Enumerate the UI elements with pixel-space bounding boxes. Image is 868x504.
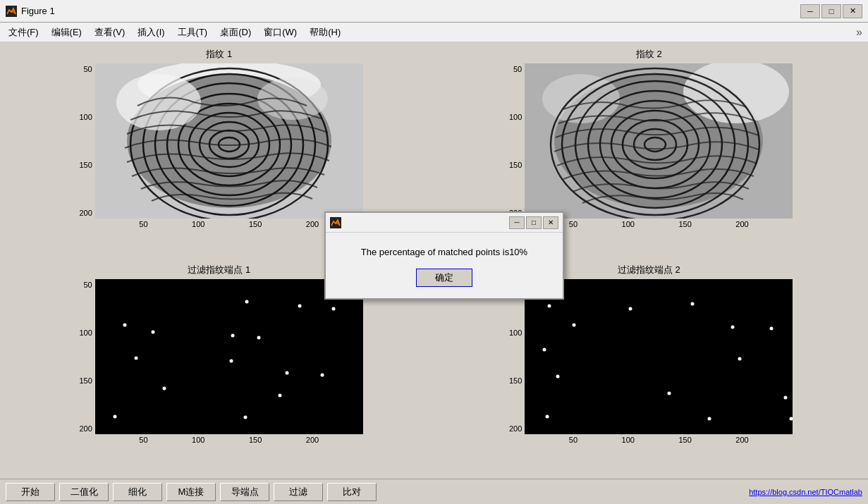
modal-dialog: ─ □ ✕ The percentage of matched points i…: [324, 211, 564, 300]
svg-point-35: [257, 336, 260, 339]
svg-point-50: [770, 326, 774, 330]
svg-point-53: [556, 374, 560, 378]
fp1-plot-area: 50 100 150 200: [75, 63, 363, 230]
menu-edit[interactable]: 编辑(E): [46, 25, 87, 40]
svg-point-29: [245, 300, 248, 303]
svg-point-42: [113, 414, 116, 418]
svg-point-47: [691, 302, 695, 305]
svg-point-48: [573, 323, 576, 326]
svg-point-31: [331, 307, 335, 310]
window-controls: ─ □ ✕: [800, 4, 862, 18]
modal-matlab-logo-icon: [330, 217, 341, 228]
fp1-plot-with-axis: 50 100 150 200: [95, 63, 363, 230]
menu-view[interactable]: 查看(V): [89, 25, 130, 40]
filtered1-image: [95, 279, 363, 434]
filtered2-x-axis: 50 100 150 200: [525, 434, 793, 445]
filtered1-plot-area: 50 100 150 200: [75, 279, 363, 445]
svg-rect-44: [525, 279, 793, 434]
fp1-x-axis: 50 100 150 200: [95, 219, 363, 230]
filtered2-plot-with-axis: 50 100 150 200: [525, 279, 793, 445]
svg-point-45: [548, 304, 551, 307]
svg-point-54: [668, 391, 671, 395]
svg-point-30: [298, 304, 301, 307]
filtered1-svg: [95, 279, 363, 434]
maximize-button[interactable]: □: [821, 4, 841, 18]
svg-point-32: [123, 323, 126, 326]
svg-point-46: [629, 307, 632, 310]
svg-point-39: [320, 373, 324, 376]
fp1-image: [95, 63, 363, 219]
toolbar: 开始 二值化 细化 M连接 导端点 过滤 比对 https://blog.csd…: [0, 479, 868, 504]
modal-title-left: [330, 217, 341, 228]
svg-point-40: [162, 386, 166, 390]
menu-bar: 文件(F) 编辑(E) 查看(V) 插入(I) 工具(T) 桌面(D) 窗口(W…: [0, 23, 868, 42]
fp1-title: 指纹 1: [206, 48, 232, 61]
modal-ok-button[interactable]: 确定: [416, 269, 472, 287]
filter-button[interactable]: 过滤: [274, 483, 323, 501]
modal-maximize-button[interactable]: □: [526, 216, 542, 229]
filtered2-image: [525, 279, 793, 434]
thin-button[interactable]: 细化: [113, 483, 162, 501]
svg-point-41: [278, 393, 281, 397]
filtered1-x-axis: 50 100 150 200: [95, 434, 363, 445]
modal-minimize-button[interactable]: ─: [509, 216, 525, 229]
menu-items: 文件(F) 编辑(E) 查看(V) 插入(I) 工具(T) 桌面(D) 窗口(W…: [3, 25, 346, 40]
modal-close-button[interactable]: ✕: [543, 216, 558, 229]
filtered1-y-axis: 50 100 150 200: [75, 279, 95, 434]
filtered1-plot-with-axis: 50 100 150 200: [95, 279, 363, 445]
svg-point-52: [738, 357, 742, 360]
title-bar-left: Figure 1: [6, 6, 55, 17]
binarize-button[interactable]: 二值化: [59, 483, 109, 501]
fp1-svg: [95, 63, 363, 219]
compare-button[interactable]: 比对: [327, 483, 377, 501]
export-button[interactable]: 导端点: [220, 483, 269, 501]
filtered2-svg: [525, 279, 793, 434]
menu-file[interactable]: 文件(F): [3, 25, 44, 40]
fp2-filtered-title: 过滤指纹端点 2: [618, 264, 680, 276]
window-title: Figure 1: [21, 6, 55, 16]
fp2-plot-with-axis: 50 100 150 200: [525, 63, 793, 230]
close-button[interactable]: ✕: [843, 4, 862, 18]
menu-insert[interactable]: 插入(I): [132, 25, 170, 40]
menu-window[interactable]: 窗口(W): [258, 25, 302, 40]
fp2-svg: [525, 63, 793, 219]
svg-point-56: [546, 414, 549, 418]
svg-point-38: [285, 371, 288, 374]
fp1-y-axis: 50 100 150 200: [75, 63, 95, 219]
svg-point-51: [543, 348, 546, 351]
start-button[interactable]: 开始: [6, 483, 55, 501]
svg-point-57: [708, 417, 711, 420]
menu-tools[interactable]: 工具(T): [172, 25, 214, 40]
fp2-x-axis: 50 100 150 200: [525, 219, 793, 230]
fp2-y-axis: 50 100 150 200: [505, 63, 525, 219]
menu-desktop[interactable]: 桌面(D): [214, 25, 257, 40]
svg-point-13: [116, 74, 201, 130]
filtered2-y-axis: 50 100 150 200: [505, 279, 525, 434]
svg-point-33: [151, 330, 154, 333]
svg-point-36: [134, 356, 137, 359]
menu-help[interactable]: 帮助(H): [304, 25, 346, 40]
svg-point-37: [229, 359, 233, 362]
website-link[interactable]: https://blog.csdn.net/TIQCmatlab: [749, 488, 862, 496]
svg-point-49: [731, 325, 735, 328]
minimize-button[interactable]: ─: [800, 4, 820, 18]
fp2-title: 指纹 2: [636, 48, 662, 61]
fp2-image: [525, 63, 793, 219]
fp2-plot-area: 50 100 150 200: [505, 63, 793, 230]
menu-arrow-icon: »: [856, 26, 865, 39]
svg-point-34: [231, 333, 234, 337]
filtered2-plot-area: 50 100 150 200: [505, 279, 793, 445]
modal-window-controls: ─ □ ✕: [509, 216, 558, 229]
modal-title-bar: ─ □ ✕: [326, 213, 563, 233]
mconnect-button[interactable]: M连接: [166, 483, 216, 501]
fp1-filtered-title: 过滤指纹端点 1: [188, 264, 250, 276]
svg-point-55: [784, 395, 788, 399]
matlab-logo-icon: [6, 6, 17, 17]
modal-body: The percentage of matched points is10% 确…: [326, 233, 563, 298]
modal-message: The percentage of matched points is10%: [361, 247, 527, 257]
svg-point-43: [243, 415, 247, 419]
title-bar: Figure 1 ─ □ ✕: [0, 0, 868, 23]
